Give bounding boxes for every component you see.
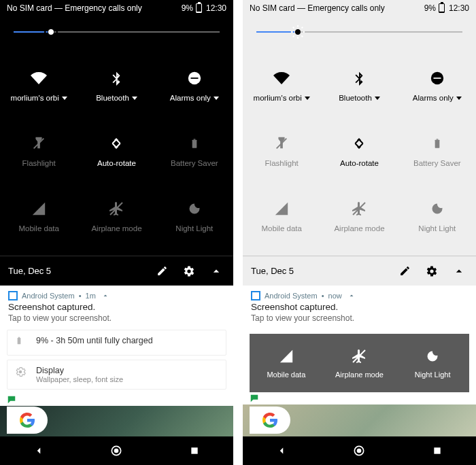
mobiledata-icon	[30, 200, 48, 218]
status-time: 12:30	[449, 3, 469, 13]
bluetooth-icon	[350, 69, 368, 87]
status-bar: No SIM card — Emergency calls only 9% 12…	[0, 0, 233, 16]
gear-icon[interactable]	[423, 262, 441, 280]
tile-dnd[interactable]: Alarms only	[156, 53, 233, 118]
tile-nightlight[interactable]: Night Light	[398, 184, 476, 249]
svg-point-20	[114, 449, 119, 453]
tile-airplane[interactable]: Airplane mode	[320, 184, 398, 249]
sub-notification[interactable]: Display Wallpaper, sleep, font size	[7, 360, 226, 390]
tile-label: Bluetooth	[339, 94, 372, 102]
tile-battery[interactable]: Battery Saver	[156, 118, 233, 184]
tile-bluetooth[interactable]: Bluetooth	[78, 53, 155, 118]
notification-card[interactable]: Android System • 1m Screenshot captured.…	[0, 286, 233, 394]
tile-label: morlium's orbi	[254, 94, 302, 102]
nav-recents[interactable]	[185, 441, 204, 460]
tile-autorotate[interactable]: Auto-rotate	[78, 118, 155, 184]
nav-recents[interactable]	[428, 441, 447, 460]
gear-icon[interactable]	[180, 262, 198, 280]
svg-line-29	[292, 36, 294, 37]
tile-label: morlium's orbi	[11, 94, 59, 102]
tile-label: Mobile data	[261, 224, 301, 232]
svg-line-8	[54, 27, 56, 29]
svg-point-22	[294, 29, 301, 35]
airplane-icon	[350, 200, 368, 218]
tile-label: Night Light	[175, 224, 213, 232]
chevron-up-icon[interactable]	[450, 262, 468, 280]
brightness-slider[interactable]	[243, 16, 476, 48]
autorotate-icon	[107, 135, 125, 152]
ongoing-bar[interactable]	[0, 394, 233, 406]
qs-footer: Tue, Dec 5	[243, 256, 476, 286]
caret-down-icon	[214, 97, 219, 100]
svg-line-5	[46, 27, 47, 29]
notification-card[interactable]: Android System • now Screenshot captured…	[243, 286, 476, 392]
wifi-icon	[30, 69, 48, 87]
sub-notif-title: 9% - 3h 50m until fully charged	[36, 336, 153, 345]
notif-subtitle: Tap to view your screenshot.	[0, 312, 233, 330]
screenshot-preview: Mobile data Airplane mode Night Light	[250, 334, 469, 392]
caret-down-icon	[132, 97, 137, 100]
google-search-pill[interactable]	[7, 407, 48, 434]
edit-icon[interactable]	[153, 262, 171, 280]
status-bar: No SIM card — Emergency calls only 9% 12…	[243, 0, 476, 16]
tile-label: Alarms only	[413, 94, 454, 102]
tile-dnd[interactable]: Alarms only	[398, 53, 476, 118]
brightness-slider[interactable]	[0, 16, 233, 48]
status-sim-text: No SIM card — Emergency calls only	[7, 3, 142, 13]
battery-icon	[196, 3, 202, 13]
mobiledata-icon	[273, 200, 290, 218]
svg-line-7	[46, 36, 47, 37]
tile-label: Battery Saver	[413, 159, 461, 167]
tile-nightlight[interactable]: Night Light	[156, 184, 233, 249]
tile-autorotate[interactable]: Auto-rotate	[320, 118, 398, 184]
notif-app: Android System	[265, 292, 318, 300]
tile-battery[interactable]: Battery Saver	[398, 118, 476, 184]
svg-rect-12	[113, 139, 120, 147]
tile-wifi[interactable]: morlium's orbi	[243, 53, 320, 118]
tile-mobiledata[interactable]: Mobile data	[0, 184, 78, 249]
svg-line-6	[54, 36, 56, 37]
svg-line-28	[301, 36, 303, 37]
ongoing-bar[interactable]	[243, 392, 476, 404]
nav-back[interactable]	[29, 441, 48, 460]
notif-age: now	[328, 292, 342, 300]
chevron-up-icon[interactable]	[207, 262, 225, 280]
svg-rect-13	[192, 140, 197, 148]
svg-rect-32	[433, 78, 441, 79]
svg-point-40	[357, 449, 362, 453]
qs-tiles-grid: morlium's orbi Bluetooth Alarms only Fla…	[0, 48, 233, 256]
tile-label: Mobile data	[18, 224, 58, 232]
nav-back[interactable]	[272, 441, 291, 460]
google-search-pill[interactable]	[250, 407, 290, 434]
phone-light: No SIM card — Emergency calls only 9% 12…	[243, 0, 476, 465]
tile-flashlight[interactable]: Flashlight	[0, 118, 78, 184]
chevron-up-icon[interactable]	[101, 292, 109, 300]
nav-home[interactable]	[350, 441, 369, 460]
battery-icon	[439, 3, 445, 13]
sub-notif-title: Display	[36, 366, 123, 375]
tile-label: Flashlight	[265, 159, 299, 167]
svg-rect-34	[356, 139, 363, 147]
bluetooth-icon	[107, 69, 125, 87]
battery-icon	[186, 135, 203, 152]
sub-notification[interactable]: 9% - 3h 50m until fully charged	[7, 330, 226, 356]
tile-wifi[interactable]: morlium's orbi	[0, 53, 78, 118]
preview-tile-label: Mobile data	[267, 371, 305, 379]
tile-bluetooth[interactable]: Bluetooth	[320, 53, 398, 118]
tile-flashlight[interactable]: Flashlight	[243, 118, 320, 184]
tile-mobiledata[interactable]: Mobile data	[243, 184, 320, 249]
nav-bar	[243, 436, 476, 465]
tile-label: Auto-rotate	[340, 159, 379, 167]
battery-small-icon	[14, 336, 28, 349]
caret-down-icon	[62, 97, 67, 100]
chevron-up-icon[interactable]	[347, 292, 356, 300]
nightlight-icon	[428, 200, 446, 218]
preview-tile-mobiledata: Mobile data	[250, 334, 323, 392]
android-system-icon	[251, 291, 260, 300]
edit-icon[interactable]	[396, 262, 413, 280]
svg-point-0	[48, 29, 54, 35]
nav-home[interactable]	[107, 441, 126, 460]
nightlight-icon	[424, 347, 441, 365]
airplane-icon	[350, 347, 368, 365]
tile-airplane[interactable]: Airplane mode	[78, 184, 155, 249]
